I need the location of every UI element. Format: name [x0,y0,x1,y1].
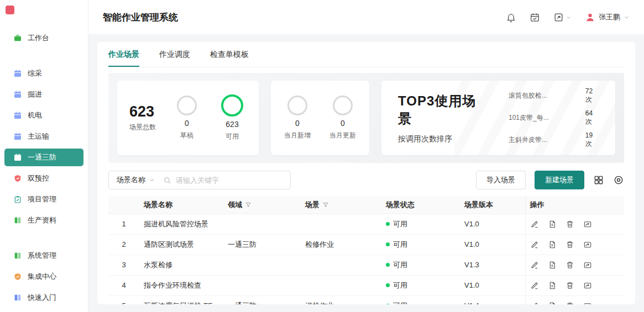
copy-button[interactable] [548,240,557,249]
settings-icon[interactable] [613,174,624,186]
share-button[interactable] [583,281,592,290]
sidebar-item-label: 综采 [28,68,42,78]
share-button[interactable] [583,240,592,249]
search-icon [163,176,171,184]
tab-job-scenes[interactable]: 作业场景 [108,42,139,67]
user-name: 张王鹏 [599,12,620,22]
share-icon [583,302,592,305]
month-new-label: 当月新增 [284,131,311,140]
table-row: 4 指令作业环境检查 可用 V1.0 [108,275,624,295]
book-icon [13,251,22,260]
create-scene-button[interactable]: 新建场景 [535,171,584,189]
import-scene-button[interactable]: 导入场景 [476,171,526,189]
copy-button[interactable] [548,281,557,290]
app-switcher[interactable] [553,12,572,23]
share-icon [583,220,592,229]
top3-item-count: 64次 [585,109,599,126]
sidebar-item-ventilation-three-prevention[interactable]: 一通三防 [4,149,83,166]
trash-icon [566,281,574,290]
tab-job-scheduling[interactable]: 作业调度 [159,42,190,67]
table-row: 3 水泵检修 可用 V1.3 [108,255,624,275]
actions-cell [525,214,624,234]
filter-field-select[interactable]: 场景名称 [117,175,145,185]
calendar-icon [13,153,22,162]
app-logo [6,6,14,14]
domain-cell [223,255,301,275]
sidebar-spacer [0,49,88,63]
share-button[interactable] [583,302,592,305]
sidebar-item-electromechanical[interactable]: 机电 [4,107,83,124]
domain-cell [223,275,301,295]
sidebar-item-system-management[interactable]: 系统管理 [4,247,83,265]
version-cell: V1.0 [460,234,525,255]
col-actions: 操作 [525,196,624,214]
top3-item: 101皮带_每... 64次 [509,109,599,126]
scene-cell [301,275,381,295]
chevron-down-icon[interactable] [149,177,155,183]
tab-bar: 作业场景 作业调度 检查单模板 [108,42,624,67]
user-menu[interactable]: 张王鹏 [585,12,630,23]
month-updated-ring-icon [333,96,353,115]
notification-bell-icon[interactable] [506,12,516,23]
clipboard-icon [13,195,22,204]
delete-button[interactable] [566,281,574,290]
status-text: 可用 [393,219,407,229]
domain-cell: 一通三防 [223,234,301,255]
delete-button[interactable] [566,220,574,229]
edit-button[interactable] [530,302,539,305]
available-ring-icon [221,94,243,117]
copy-document-icon [548,240,557,249]
calendar-icon [13,69,22,78]
top3-item-name: 滚筒包胶检... [509,91,571,101]
actions-cell [525,275,624,295]
search-input[interactable] [176,176,285,184]
top3-title: TOP3使用场景 [398,92,486,128]
edit-button[interactable] [530,240,539,249]
delete-button[interactable] [566,240,574,249]
row-index: 1 [108,214,139,234]
sidebar-item-integration-center[interactable]: 集成中心 [4,268,83,285]
table-toolbar: 场景名称 导入场景 新建场景 [108,171,624,189]
sidebar-item-main-transport[interactable]: 主运输 [4,128,83,145]
sidebar-item-label: 系统管理 [28,251,56,261]
copy-button[interactable] [548,302,557,305]
scene-name-cell: 水泵检修 [139,255,223,275]
status-text: 可用 [393,301,407,305]
edit-button[interactable] [530,281,539,290]
sidebar-item-fully-mechanized-mining[interactable]: 综采 [4,65,83,82]
top3-usage-panel: TOP3使用场景 按调用次数排序 滚筒包胶检... 72次 101皮带_每...… [381,81,615,155]
stats-banner: 623 场景总数 0 草稿 623 可用 [108,73,624,163]
copy-button[interactable] [548,220,557,229]
filter-funnel-icon[interactable] [245,202,252,208]
top-header: 智能作业管理系统 张王鹏 [88,0,644,34]
sidebar-item-dual-prevention-control[interactable]: 双预控 [4,170,83,187]
copy-button[interactable] [548,261,557,269]
version-cell: V1.3 [460,255,525,275]
month-new-ring-icon [287,96,307,115]
month-new-stat: 0 当月新增 [283,96,312,140]
delete-button[interactable] [566,261,574,269]
scene-cell: 检修作业 [301,234,381,255]
status-dot-icon [386,283,390,287]
scene-total-label: 场景总数 [129,123,156,132]
scene-name-cell: 瓦斯浓度每日巡检-TF... [139,295,223,304]
sidebar-item-tunneling[interactable]: 掘进 [4,86,83,103]
share-button[interactable] [583,220,592,229]
sidebar-item-project-management[interactable]: 项目管理 [4,191,83,208]
card-view-icon[interactable] [593,174,604,186]
edit-button[interactable] [530,220,539,229]
actions-cell [525,255,624,275]
version-cell: V1.0 [460,275,525,295]
tab-checklist-templates[interactable]: 检查单模板 [210,42,249,67]
search-group: 场景名称 [108,171,291,189]
filter-funnel-icon[interactable] [322,202,329,208]
share-button[interactable] [583,261,592,269]
sidebar-item-workbench[interactable]: 工作台 [4,29,83,47]
sidebar-item-label: 机电 [28,110,42,120]
calendar-icon[interactable] [530,12,540,23]
sidebar-item-production-data[interactable]: 生产资料 [4,211,83,229]
scene-name-cell: 通防区测试场景 [139,234,223,255]
delete-button[interactable] [566,302,574,305]
edit-button[interactable] [530,261,539,269]
sidebar-item-quick-start[interactable]: 快速入门 [4,289,83,306]
